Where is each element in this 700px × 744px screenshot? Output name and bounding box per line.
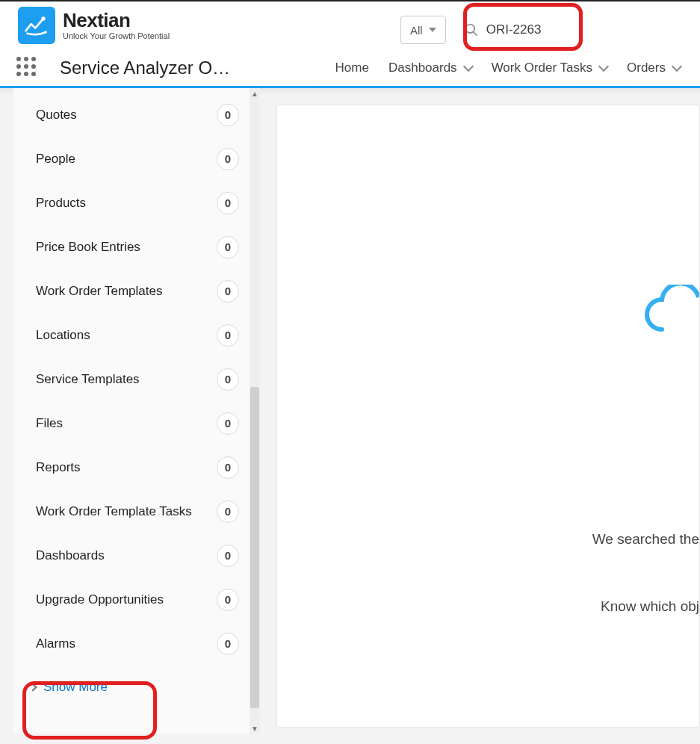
sidebar-list: Quotes 0 People 0 Products 0 Price Book … — [13, 88, 251, 709]
sidebar-item-label: Price Book Entries — [36, 240, 140, 255]
logo-icon — [23, 12, 50, 39]
count-badge: 0 — [217, 324, 239, 347]
global-search-input[interactable]: ORI-2263 — [455, 13, 687, 46]
count-badge: 0 — [217, 412, 239, 435]
count-badge: 0 — [217, 104, 239, 126]
nav-item-home[interactable]: Home — [335, 61, 369, 75]
nav-bar: Service Analyzer Or... Home Dashboards W… — [0, 49, 700, 88]
sidebar-item-label: Work Order Template Tasks — [36, 504, 192, 519]
scroll-down-icon[interactable]: ▼ — [250, 723, 260, 734]
svg-point-1 — [465, 25, 474, 34]
show-more-label: Show More — [43, 680, 108, 695]
sidebar-item-label: Products — [36, 196, 86, 211]
brand-logo — [18, 7, 55, 44]
count-badge: 0 — [217, 280, 239, 303]
empty-state-line-2: Know which obj — [601, 598, 699, 615]
count-badge: 0 — [217, 589, 239, 611]
sidebar-item-label: Locations — [36, 328, 90, 343]
nav-label: Dashboards — [388, 61, 457, 75]
sidebar-wrap: Quotes 0 People 0 Products 0 Price Book … — [0, 88, 260, 744]
count-badge: 0 — [217, 456, 239, 479]
results-card: We searched the Know which obj — [276, 105, 700, 728]
sidebar-item-quotes[interactable]: Quotes 0 — [36, 93, 239, 137]
svg-line-2 — [473, 32, 477, 36]
sidebar-item-label: Dashboards — [36, 548, 105, 563]
sidebar-item-label: Upgrade Opportunities — [36, 592, 164, 607]
sidebar-item-price-book-entries[interactable]: Price Book Entries 0 — [36, 225, 239, 269]
sidebar-item-locations[interactable]: Locations 0 — [36, 313, 239, 357]
svg-point-0 — [41, 16, 45, 20]
count-badge: 0 — [217, 192, 239, 214]
sidebar-scrollbar[interactable]: ▲ ▼ — [250, 88, 260, 734]
sidebar-item-work-order-template-tasks[interactable]: Work Order Template Tasks 0 — [36, 489, 239, 533]
search-scope-label: All — [410, 24, 423, 37]
sidebar-item-upgrade-opportunities[interactable]: Upgrade Opportunities 0 — [36, 577, 239, 621]
sidebar-item-files[interactable]: Files 0 — [36, 401, 239, 445]
chevron-right-icon — [28, 683, 37, 691]
page-body: Quotes 0 People 0 Products 0 Price Book … — [0, 88, 700, 744]
count-badge: 0 — [217, 500, 239, 523]
search-scope-dropdown[interactable]: All — [400, 16, 446, 44]
nav-items: Home Dashboards Work Order Tasks Orders — [335, 61, 684, 75]
nav-item-orders[interactable]: Orders — [627, 61, 681, 75]
empty-state-line-1: We searched the — [592, 531, 699, 548]
nav-label: Orders — [627, 61, 666, 75]
sidebar-item-label: Alarms — [36, 636, 75, 651]
search-icon — [464, 22, 479, 37]
count-badge: 0 — [217, 368, 239, 391]
sidebar-item-label: Reports — [36, 460, 81, 475]
nav-label: Home — [335, 61, 369, 75]
sidebar-item-label: Quotes — [36, 108, 77, 123]
cloud-illustration — [639, 285, 700, 344]
search-value: ORI-2263 — [486, 22, 542, 37]
count-badge: 0 — [217, 148, 239, 170]
show-more-link[interactable]: Show More — [30, 666, 239, 709]
sidebar-item-service-templates[interactable]: Service Templates 0 — [36, 357, 239, 401]
main-area: We searched the Know which obj — [260, 88, 700, 744]
sidebar-item-label: Work Order Templates — [36, 284, 162, 299]
brand-text: Nextian Unlock Your Growth Potential — [63, 10, 170, 41]
sidebar-item-alarms[interactable]: Alarms 0 — [36, 621, 239, 666]
search-facets-sidebar: Quotes 0 People 0 Products 0 Price Book … — [13, 88, 251, 734]
chevron-down-icon — [598, 61, 609, 71]
chevron-down-icon — [429, 28, 436, 32]
sidebar-item-products[interactable]: Products 0 — [36, 181, 239, 225]
scrollbar-thumb[interactable] — [250, 387, 259, 708]
nav-item-work-order-tasks[interactable]: Work Order Tasks — [492, 61, 607, 75]
count-badge: 0 — [217, 545, 239, 567]
count-badge: 0 — [217, 633, 239, 655]
sidebar-item-people[interactable]: People 0 — [36, 137, 239, 181]
app-title[interactable]: Service Analyzer Or... — [60, 58, 232, 78]
scroll-up-icon[interactable]: ▲ — [250, 88, 260, 99]
sidebar-item-label: People — [36, 152, 75, 167]
count-badge: 0 — [217, 236, 239, 258]
sidebar-item-dashboards[interactable]: Dashboards 0 — [36, 533, 239, 577]
sidebar-item-label: Files — [36, 416, 63, 431]
header-bar: Nextian Unlock Your Growth Potential All… — [0, 0, 700, 49]
brand-name: Nextian — [63, 10, 170, 31]
nav-item-dashboards[interactable]: Dashboards — [388, 61, 472, 75]
brand-tagline: Unlock Your Growth Potential — [63, 32, 170, 41]
app-launcher-icon[interactable] — [16, 57, 39, 79]
chevron-down-icon — [672, 61, 682, 71]
cloud-icon — [639, 285, 700, 344]
sidebar-item-reports[interactable]: Reports 0 — [36, 445, 239, 489]
sidebar-item-label: Service Templates — [36, 372, 140, 387]
chevron-down-icon — [463, 61, 474, 71]
nav-label: Work Order Tasks — [492, 61, 592, 75]
sidebar-item-work-order-templates[interactable]: Work Order Templates 0 — [36, 269, 239, 313]
